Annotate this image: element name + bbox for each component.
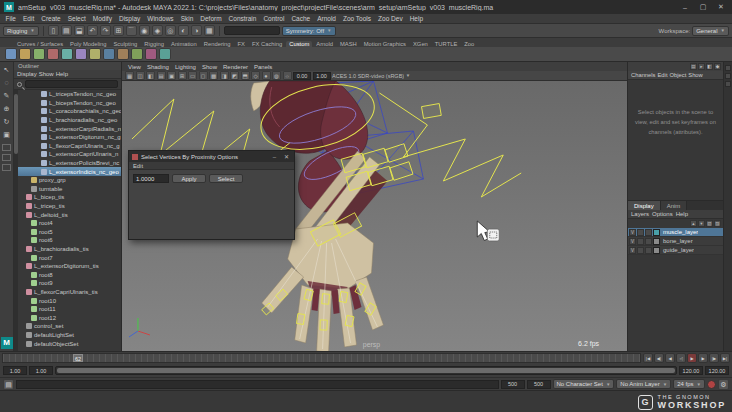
undo-icon[interactable]: ↶: [87, 25, 98, 36]
save-scene-icon[interactable]: ⬓: [74, 25, 85, 36]
playback-end-field[interactable]: 120.00: [679, 366, 703, 375]
shelf-tab[interactable]: FX Caching: [249, 41, 285, 47]
outliner-item[interactable]: L_tricep_tis: [18, 202, 121, 211]
layout-four-pane-button[interactable]: [2, 154, 11, 161]
channel-box-menu-item[interactable]: Edit: [658, 72, 668, 78]
outliner-item[interactable]: root8: [18, 270, 121, 279]
tool-settings-tab-icon[interactable]: [725, 81, 731, 87]
select-button[interactable]: Select: [209, 174, 243, 183]
playback-by-field[interactable]: 500: [527, 380, 551, 389]
current-time-marker[interactable]: 62: [73, 354, 83, 362]
snap-curve-icon[interactable]: ⌒: [126, 25, 137, 36]
view-grid-icon[interactable]: ⊞: [178, 71, 187, 80]
character-set-selector[interactable]: No Character Set▼: [553, 379, 615, 389]
outliner-item[interactable]: L_coracobrachialis_nc_geo: [18, 107, 121, 116]
shelf-tab[interactable]: XGen: [410, 41, 431, 47]
render-settings-icon[interactable]: ▦: [204, 25, 215, 36]
shelf-tab[interactable]: Animation: [168, 41, 200, 47]
paint-select-tool[interactable]: ✎: [1, 90, 13, 102]
outliner-item[interactable]: L_bicepsTendon_nc_geo: [18, 99, 121, 108]
menu-item[interactable]: Zoo Tools: [339, 15, 374, 22]
workspace-selector[interactable]: General▼: [692, 26, 729, 36]
ipr-render-icon[interactable]: ◑: [191, 25, 202, 36]
menu-item[interactable]: Edit: [19, 15, 37, 22]
shelf-tool-10[interactable]: [131, 48, 143, 60]
scale-tool[interactable]: ▣: [1, 129, 13, 141]
camera-select-icon[interactable]: ▦: [125, 71, 134, 80]
outliner-scrollbar[interactable]: [14, 90, 18, 351]
outliner-item[interactable]: root9: [18, 279, 121, 288]
outliner-item[interactable]: L_bicep_tis: [18, 193, 121, 202]
attribute-editor-tab-icon[interactable]: [725, 73, 731, 79]
new-scene-icon[interactable]: ▯: [48, 25, 59, 36]
range-slider[interactable]: [55, 366, 677, 375]
outliner-item[interactable]: L_tricepsTendon_nc_geo: [18, 90, 121, 99]
safe-title-icon[interactable]: ⬒: [241, 71, 250, 80]
menu-item[interactable]: Constrain: [225, 15, 260, 22]
shelf-tab[interactable]: Motion Graphics: [361, 41, 409, 47]
shelf-tab[interactable]: Arnold: [313, 41, 336, 47]
step-back-key-button[interactable]: ◀|: [654, 353, 664, 363]
channel-hyper-icon[interactable]: ◧: [706, 63, 713, 70]
rotate-tool[interactable]: ↻: [1, 116, 13, 128]
layer-display-type-toggle[interactable]: [645, 238, 652, 245]
menu-item[interactable]: File: [2, 15, 19, 22]
layout-persp-outliner-button[interactable]: [2, 164, 11, 171]
auto-keyframe-toggle[interactable]: [707, 380, 716, 389]
layer-visibility-toggle[interactable]: V: [629, 229, 636, 236]
exposure-field[interactable]: 0.00: [293, 72, 311, 80]
snap-grid-icon[interactable]: ⊞: [113, 25, 124, 36]
play-backwards-button[interactable]: ◁: [676, 353, 686, 363]
layer-visibility-toggle[interactable]: V: [629, 247, 636, 254]
time-slider[interactable]: 62: [2, 353, 641, 363]
symmetry-selector[interactable]: Symmetry: Off▼: [282, 26, 336, 36]
layer-playback-toggle[interactable]: [637, 247, 644, 254]
move-layer-down-icon[interactable]: ▾: [698, 220, 705, 227]
layer-editor-menu-item[interactable]: Help: [676, 211, 688, 217]
outliner-item[interactable]: L_extensorDigitorum_tis: [18, 262, 121, 271]
layer-row[interactable]: V guide_layer: [628, 246, 723, 255]
outliner-item[interactable]: defaultObjectSet: [18, 339, 121, 348]
lasso-tool[interactable]: ◌: [1, 77, 13, 89]
camera-attrs-icon[interactable]: ◧: [146, 71, 155, 80]
shelf-tab[interactable]: Sculpting: [111, 41, 141, 47]
shelf-tool-12[interactable]: [159, 48, 171, 60]
outliner-item[interactable]: defaultLightSet: [18, 331, 121, 340]
dialog-title-bar[interactable]: Select Vertices By Proximity Options – ✕: [129, 151, 294, 162]
redo-icon[interactable]: ↷: [100, 25, 111, 36]
shelf-tool-2[interactable]: [19, 48, 31, 60]
outliner-item[interactable]: turntable: [18, 185, 121, 194]
shelf-tool-9[interactable]: [117, 48, 129, 60]
safe-action-icon[interactable]: ◩: [230, 71, 239, 80]
channel-speed-icon[interactable]: ▸: [698, 63, 705, 70]
playback-speed-field[interactable]: 500: [501, 380, 525, 389]
menu-item[interactable]: Control: [260, 15, 288, 22]
shelf-tab[interactable]: MASH: [337, 41, 360, 47]
image-plane-icon[interactable]: ▣: [167, 71, 176, 80]
viewport-menu-item[interactable]: Shading: [145, 64, 171, 70]
apply-button[interactable]: Apply: [172, 174, 206, 183]
fps-selector[interactable]: 24 fps▼: [673, 379, 705, 389]
move-tool[interactable]: ⊕: [1, 103, 13, 115]
shelf-tab[interactable]: FX: [235, 41, 248, 47]
make-live-icon[interactable]: ◎: [165, 25, 176, 36]
step-back-frame-button[interactable]: ◀: [665, 353, 675, 363]
channel-box-menu-item[interactable]: Object: [670, 72, 687, 78]
layer-row[interactable]: V bone_layer: [628, 237, 723, 246]
gamma-field[interactable]: 1.00: [313, 72, 331, 80]
shelf-tool-1[interactable]: [5, 48, 17, 60]
film-gate-icon[interactable]: ▭: [188, 71, 197, 80]
outliner-item[interactable]: root5: [18, 228, 121, 237]
play-forward-button[interactable]: ▶: [687, 353, 697, 363]
menu-item[interactable]: Cache: [288, 15, 314, 22]
colorspace-selector[interactable]: ACES 1.0 SDR-video (sRGB): [332, 73, 404, 79]
layer-editor-tab[interactable]: Anim: [661, 201, 688, 210]
layer-visibility-toggle[interactable]: V: [629, 238, 636, 245]
radius-input[interactable]: 1.0000: [133, 174, 169, 183]
menu-item[interactable]: Create: [38, 15, 65, 22]
outliner-item[interactable]: L_brachioradialis_tis: [18, 245, 121, 254]
shelf-tool-11[interactable]: [145, 48, 157, 60]
render-icon[interactable]: ◐: [178, 25, 189, 36]
shelf-tool-8[interactable]: [103, 48, 115, 60]
go-to-start-button[interactable]: |◀: [643, 353, 653, 363]
